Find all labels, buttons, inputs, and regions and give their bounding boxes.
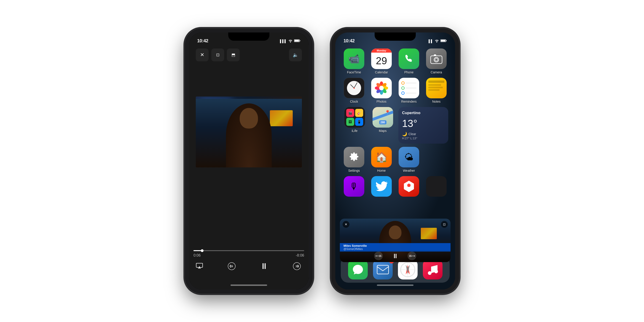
calendar-day: 29 — [376, 52, 387, 69]
svg-point-22 — [379, 86, 384, 90]
right-phone: 10:42 ▌▌ 📹 FaceTime — [331, 28, 459, 294]
svg-rect-24 — [377, 265, 388, 274]
weather-app-label: Weather — [403, 169, 415, 172]
notes-icon — [426, 78, 447, 98]
volume-icon: 🔈 — [293, 52, 298, 58]
signal-icon-right: ▌▌ — [428, 39, 433, 43]
progress-scrubber[interactable] — [201, 249, 204, 252]
app-camera[interactable]: Camera — [424, 48, 448, 74]
home-label: Home — [377, 169, 386, 172]
settings-label: Settings — [348, 169, 360, 172]
photos-icon — [371, 78, 392, 98]
app-home[interactable]: 🏠 Home — [370, 147, 393, 172]
pip-skip-back-button[interactable]: ⟵15 — [374, 252, 383, 260]
skip-forward-button[interactable]: 15 — [292, 261, 302, 271]
progress-bar-container — [194, 250, 304, 251]
camera-icon — [426, 48, 447, 69]
close-video-button[interactable]: ✕ — [196, 48, 208, 61]
video-person-face — [240, 108, 258, 128]
pip-expand-button[interactable]: ⊡ — [441, 221, 448, 228]
pip-pause-button[interactable]: ⏸ — [392, 252, 398, 260]
video-thumbnail — [196, 96, 302, 168]
svg-point-31 — [428, 271, 432, 275]
app-photos[interactable]: Photos — [370, 78, 393, 103]
svg-rect-1 — [300, 40, 300, 41]
status-icons-right: ▌▌ — [428, 39, 447, 44]
twitter-icon — [371, 176, 392, 197]
home-indicator-left — [230, 284, 267, 286]
home-app-icon: 🏠 — [371, 147, 392, 168]
reminders-icon — [398, 78, 419, 98]
app-twitter[interactable] — [370, 176, 393, 197]
volume-button[interactable]: 🔈 — [289, 48, 302, 61]
app-podcasts[interactable]: 🎙 — [342, 176, 366, 197]
airplay-button[interactable] — [196, 263, 203, 270]
dock-messages[interactable] — [348, 260, 368, 280]
app-row-5: 🎙 — [342, 176, 448, 197]
battery-icon-right — [440, 39, 447, 43]
pip-icon: ⊡ — [216, 52, 220, 58]
ilife-icon: 🎬 🎸 🖼 📱 — [344, 107, 365, 128]
app-ilife[interactable]: 🎬 🎸 🖼 📱 iLife — [342, 107, 367, 133]
ilife-label: iLife — [352, 129, 358, 133]
video-person — [226, 103, 272, 168]
calendar-month: Monday — [371, 48, 392, 52]
pip-close-button[interactable]: ✕ — [342, 221, 350, 228]
status-time-right: 10:42 — [344, 38, 355, 44]
svg-rect-8 — [446, 40, 447, 41]
signal-icon-left: ▌▌▌ — [280, 39, 287, 43]
app-facetime[interactable]: 📹 FaceTime — [342, 48, 366, 74]
video-top-left-controls: ✕ ⊡ ⬒ — [196, 48, 240, 61]
status-icons-left: ▌▌▌ — [280, 39, 300, 44]
app-row-2: Clock — [342, 78, 448, 103]
fullscreen-button[interactable]: ⬒ — [227, 48, 240, 61]
phone-icon — [398, 48, 419, 69]
settings-icon — [344, 147, 364, 168]
progress-track[interactable] — [194, 250, 304, 251]
app-news[interactable] — [397, 176, 421, 197]
pip-playback-controls: ⟵15 ⏸ 15⟶ — [340, 250, 450, 262]
svg-rect-2 — [294, 40, 299, 42]
app-reminders[interactable]: Reminders — [397, 78, 421, 103]
right-phone-screen: 10:42 ▌▌ 📹 FaceTime — [335, 32, 455, 290]
app-phone[interactable]: Phone — [397, 48, 421, 74]
dock-music[interactable] — [423, 260, 442, 280]
app-calendar[interactable]: Monday 29 Calendar — [370, 48, 393, 74]
fullscreen-icon: ⬒ — [232, 52, 235, 58]
clock-icon — [344, 78, 364, 98]
svg-rect-13 — [434, 54, 436, 56]
app-notes[interactable]: Notes — [424, 78, 448, 103]
news-icon — [398, 176, 419, 197]
app-clock[interactable]: Clock — [342, 78, 366, 103]
pip-button[interactable]: ⊡ — [211, 48, 224, 61]
notch-right — [374, 32, 416, 41]
app-grid: 📹 FaceTime Monday 29 Calendar Phone — [342, 48, 448, 198]
weather-bg — [398, 107, 448, 144]
app-grid[interactable] — [424, 176, 448, 197]
svg-point-12 — [435, 58, 438, 61]
reminders-label: Reminders — [401, 100, 417, 103]
pause-button[interactable]: ⏸ — [260, 262, 268, 271]
weather-widget[interactable]: Cupertino 13° 🌙 Clear H:27° L:13° — [398, 107, 448, 144]
calendar-label: Calendar — [375, 70, 388, 74]
app-weather[interactable]: 🌤 Weather — [397, 147, 421, 172]
video-screen-prop — [270, 110, 293, 126]
dock-mail[interactable]: 3 — [373, 260, 393, 280]
app-settings[interactable]: Settings — [342, 147, 366, 172]
music-icon — [423, 260, 442, 280]
app-maps[interactable]: 280 📍 Maps — [370, 107, 395, 133]
safari-icon — [398, 260, 418, 280]
pip-person-face — [389, 226, 402, 239]
remaining-time: -8:06 — [296, 254, 304, 258]
app-row-3: 🎬 🎸 🖼 📱 iLife 280 📍 Maps — [342, 107, 448, 144]
maps-icon: 280 📍 — [372, 107, 393, 128]
dock-safari[interactable] — [398, 260, 418, 280]
empty-slot-row4 — [424, 147, 445, 172]
pip-skip-forward-button[interactable]: 15⟶ — [408, 252, 416, 260]
left-phone-screen: 10:42 ▌▌▌ ✕ ⊡ — [189, 32, 309, 290]
left-phone: 10:42 ▌▌▌ ✕ ⊡ — [185, 28, 313, 294]
pip-overlay[interactable]: ✕ ⊡ Miles Somerville @SomeOfMiles ⟵15 ⏸ … — [340, 219, 450, 262]
close-icon: ✕ — [200, 52, 204, 58]
skip-back-button[interactable]: 15 — [227, 261, 237, 271]
status-time-left: 10:42 — [197, 38, 208, 44]
